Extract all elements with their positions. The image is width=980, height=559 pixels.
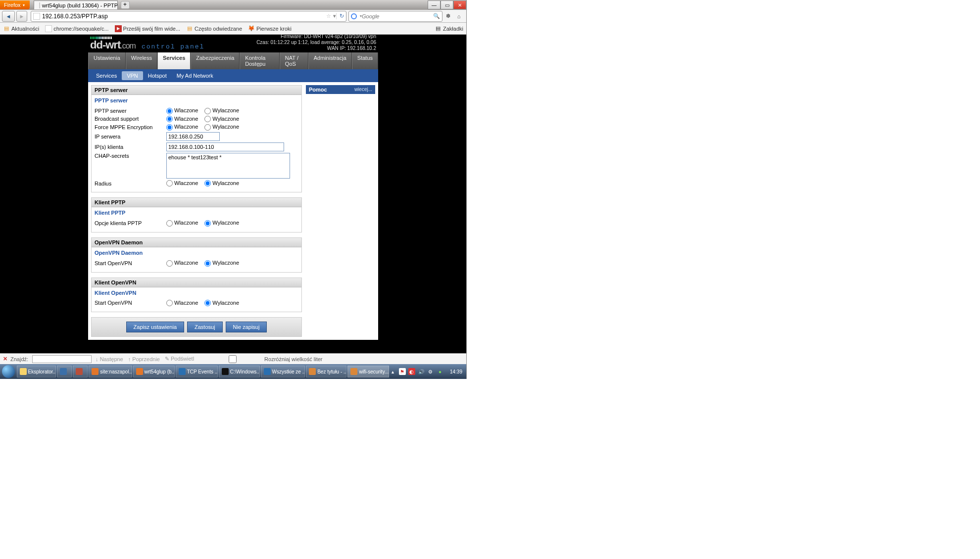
firefox-menu-button[interactable]: Firefox▾ <box>0 0 30 9</box>
cancel-button[interactable]: Nie zapisuj <box>226 322 267 332</box>
chap-secrets-input[interactable] <box>166 153 290 179</box>
tab-status[interactable]: Status <box>352 52 378 69</box>
control-panel-label: control panel <box>142 43 204 50</box>
tray-flag-icon[interactable]: ⚑ <box>399 368 406 375</box>
tray-app-icon[interactable]: ● <box>437 368 443 375</box>
home-button[interactable]: ⌂ <box>453 11 464 22</box>
close-button[interactable]: ✕ <box>453 0 466 9</box>
windows-logo-icon <box>2 365 15 378</box>
mppe-on[interactable] <box>166 124 173 131</box>
browser-tab-active[interactable]: wrt54glup (build 13064) - PPTP <box>34 0 118 9</box>
find-prev-button[interactable]: ↑ Poprzednie <box>128 356 160 362</box>
windows-taskbar: Eksplorator... site:naszapol... wrt54glu… <box>0 364 466 379</box>
pptp-server-label: PPTP serwer <box>95 108 166 114</box>
maximize-button[interactable]: ▭ <box>441 0 453 9</box>
taskbar-item[interactable] <box>57 366 72 377</box>
section-subtitle: Klient OpenVPN <box>92 287 301 297</box>
tray-clock[interactable]: 14:39 <box>450 369 462 374</box>
pptp-server-off[interactable] <box>204 108 211 114</box>
server-ip-input[interactable] <box>166 132 220 141</box>
apply-button[interactable]: Zastosuj <box>187 322 223 332</box>
sub-tabs: Services VPN Hotspot My Ad Network <box>88 69 378 82</box>
bookmark-item[interactable]: chrome://seoquake/c... <box>45 25 108 32</box>
site-identity-icon <box>33 13 40 20</box>
taskbar-item[interactable]: Wszystkie ze ... <box>261 366 305 377</box>
tab-title: wrt54glup (build 13064) - PPTP <box>42 2 118 8</box>
pptp-server-on[interactable] <box>166 108 173 114</box>
search-input[interactable] <box>362 13 433 19</box>
taskbar-item[interactable]: Eksplorator... <box>17 366 56 377</box>
help-more-link[interactable]: wiecej... <box>354 87 372 93</box>
radius-off[interactable] <box>204 180 211 186</box>
bookmark-item[interactable]: ▤Często odwiedzane <box>186 25 242 32</box>
back-button[interactable]: ◄ <box>2 11 15 22</box>
section-title: Klient PPTP <box>92 198 301 207</box>
find-highlight-button[interactable]: ✎ Podświetl <box>165 356 194 362</box>
search-box[interactable]: ▾ 🔍 <box>348 11 442 22</box>
section-title: PPTP serwer <box>92 86 301 95</box>
subtab-vpn[interactable]: VPN <box>122 71 143 80</box>
findbar-close-icon[interactable]: ✕ <box>3 356 7 362</box>
client-ips-input[interactable] <box>166 142 284 151</box>
find-next-button[interactable]: ↓ Następne <box>96 356 123 362</box>
header-status: Firmware: DD-WRT v24-sp2 (10/10/09) vpn … <box>256 34 376 51</box>
subtab-myadnetwork[interactable]: My Ad Network <box>172 71 218 80</box>
taskbar-item[interactable]: site:naszapol... <box>89 366 132 377</box>
openvpn-client-on[interactable] <box>166 300 173 306</box>
forward-button[interactable]: ► <box>16 11 27 22</box>
subtab-services[interactable]: Services <box>91 71 122 80</box>
system-tray: ▴ ⚑ ◐ 🔊 ⚙ ● 14:39 <box>390 368 465 375</box>
mppe-off[interactable] <box>204 124 211 131</box>
openvpn-on[interactable] <box>166 260 173 267</box>
radius-label: Radius <box>95 181 166 186</box>
bookmark-item[interactable]: 🦊Pierwsze kroki <box>248 25 292 32</box>
taskbar-item[interactable]: wrt54glup (b... <box>133 366 175 377</box>
url-bar[interactable]: ☆ ▾ ↻ <box>31 11 346 22</box>
tray-network-icon[interactable]: ⚙ <box>427 368 434 375</box>
radius-on[interactable] <box>166 180 173 186</box>
titlebar: Firefox▾ wrt54glup (build 13064) - PPTP … <box>0 0 466 10</box>
openvpn-off[interactable] <box>204 260 211 267</box>
chevron-down-icon: ▾ <box>23 3 25 7</box>
find-input[interactable] <box>32 355 92 363</box>
openvpn-client-off[interactable] <box>204 300 211 306</box>
header-ticks-icon <box>90 37 112 39</box>
pptp-client-off[interactable] <box>204 220 211 227</box>
new-tab-button[interactable]: + <box>121 1 130 9</box>
tab-ustawienia[interactable]: Ustawienia <box>88 52 126 69</box>
broadcast-off[interactable] <box>204 116 211 122</box>
bookmark-star-icon[interactable]: ☆ <box>326 13 331 19</box>
pptp-client-on[interactable] <box>166 220 173 227</box>
bookmark-item[interactable]: ▶Prześlij swój film wide... <box>115 25 181 32</box>
taskbar-item-active[interactable]: wifi-security.... <box>347 366 389 377</box>
tab-administracja[interactable]: Administracja <box>308 52 352 69</box>
taskbar-item[interactable]: Bez tytułu - ... <box>306 366 346 377</box>
tray-expand-icon[interactable]: ▴ <box>390 368 396 375</box>
tab-kontrola[interactable]: Kontrola Dostępu <box>240 52 280 69</box>
start-button[interactable] <box>1 364 16 379</box>
find-case-checkbox[interactable] <box>203 355 262 363</box>
bookmarks-menu-button[interactable]: ▤Zakładki <box>435 25 463 32</box>
url-input[interactable] <box>42 13 324 20</box>
tab-services[interactable]: Services <box>157 52 191 69</box>
tab-zabezpieczenia[interactable]: Zabezpieczenia <box>191 52 240 69</box>
taskbar-item[interactable]: TCP Events ... <box>176 366 218 377</box>
bookmark-item[interactable]: ▤Aktualności <box>3 25 39 32</box>
tray-antivirus-icon[interactable]: ◐ <box>408 368 415 375</box>
broadcast-on[interactable] <box>166 116 173 122</box>
reload-button[interactable]: ↻ <box>336 13 344 19</box>
bookmarks-toolbar: ▤Aktualności chrome://seoquake/c... ▶Prz… <box>0 23 466 35</box>
tray-volume-icon[interactable]: 🔊 <box>418 368 425 375</box>
taskbar-item[interactable] <box>73 366 88 377</box>
downloads-icon[interactable]: ✽ <box>442 11 453 22</box>
minimize-button[interactable]: — <box>428 0 441 9</box>
openvpn-daemon-section: OpenVPN Daemon OpenVPN Daemon Start Open… <box>91 237 302 273</box>
pptp-server-section: PPTP serwer PPTP serwer PPTP serwer Wlac… <box>91 85 302 192</box>
tab-wireless[interactable]: Wireless <box>126 52 157 69</box>
save-button[interactable]: Zapisz ustawienia <box>126 322 184 332</box>
taskbar-item[interactable]: C:\Windows... <box>219 366 260 377</box>
tab-nat-qos[interactable]: NAT / QoS <box>280 52 308 69</box>
nav-toolbar: ◄ ► ☆ ▾ ↻ ▾ 🔍 ✽ ⌂ <box>0 10 466 23</box>
search-icon[interactable]: 🔍 <box>433 13 440 19</box>
subtab-hotspot[interactable]: Hotspot <box>143 71 172 80</box>
